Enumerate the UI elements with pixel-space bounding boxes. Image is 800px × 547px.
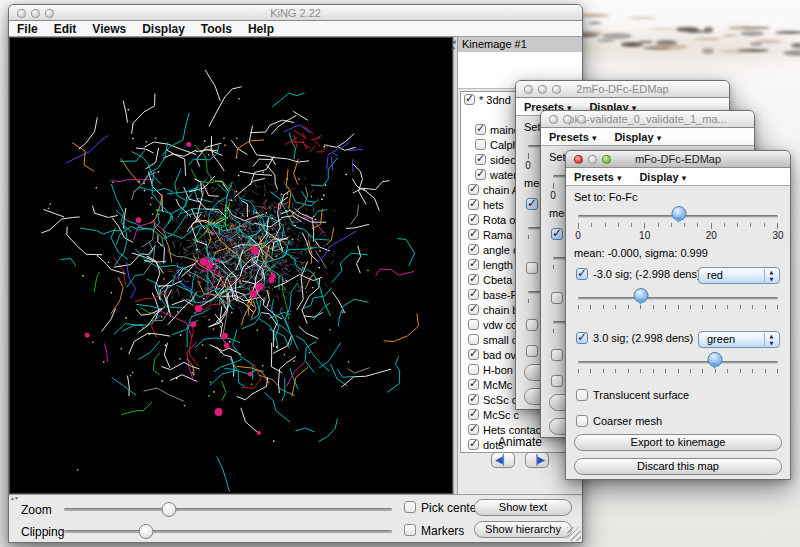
checkbox[interactable] <box>475 139 486 150</box>
window-title: pka-validate_0_validate_1_ma... <box>568 113 726 125</box>
markers-checkbox[interactable] <box>404 524 416 536</box>
checkbox[interactable] <box>468 199 479 210</box>
zoom-button[interactable] <box>602 155 611 164</box>
checkbox[interactable] <box>475 154 486 165</box>
high-contour-checkbox[interactable] <box>576 332 588 344</box>
edmap-titlebar[interactable]: mFo-DFc-EDMap <box>566 151 790 168</box>
high-contour-checkbox[interactable] <box>551 292 563 304</box>
coarser-checkbox[interactable] <box>551 375 563 387</box>
menu-item-file[interactable]: File <box>17 22 38 36</box>
checkbox[interactable] <box>468 379 479 390</box>
window-controls <box>574 155 611 164</box>
checkbox[interactable] <box>464 94 475 105</box>
tick-mark <box>628 369 629 373</box>
sigma-slider-thumb[interactable] <box>672 206 685 223</box>
resize-grip[interactable] <box>567 527 581 541</box>
zoom-button[interactable] <box>552 85 561 94</box>
king-titlebar[interactable]: KiNG 2.22 <box>9 5 582 21</box>
translucent-checkbox[interactable] <box>526 319 538 331</box>
close-button[interactable] <box>574 155 583 164</box>
molecule-viewport[interactable] <box>9 37 453 494</box>
low-contour-checkbox[interactable] <box>551 228 563 240</box>
show-hierarchy-button[interactable]: Show hierarchy <box>474 521 572 538</box>
low-level-slider-thumb[interactable] <box>634 288 647 305</box>
high-level-slider-track[interactable] <box>578 361 778 364</box>
checkbox[interactable] <box>468 229 479 240</box>
display-menu[interactable]: Display <box>639 171 686 183</box>
checkbox[interactable] <box>468 184 479 195</box>
tick-label: 0 <box>550 190 556 201</box>
checkbox[interactable] <box>468 349 479 360</box>
tick-mark <box>740 305 741 309</box>
clipping-slider-thumb[interactable] <box>139 524 154 539</box>
menu-item-edit[interactable]: Edit <box>54 22 77 36</box>
checkbox[interactable] <box>475 124 486 135</box>
zoom-slider-thumb[interactable] <box>161 502 176 517</box>
menu-item-views[interactable]: Views <box>92 22 126 36</box>
wallpaper-streak <box>728 26 751 30</box>
edmap-titlebar[interactable]: pka-validate_0_validate_1_ma... <box>541 111 754 128</box>
zoom-button[interactable] <box>577 115 586 124</box>
translucent-checkbox[interactable] <box>551 349 563 361</box>
zoom-slider-track[interactable] <box>64 508 392 511</box>
display-menu[interactable]: Display <box>614 131 661 143</box>
menu-item-display[interactable]: Display <box>142 22 185 36</box>
high-color-dropdown[interactable]: green <box>698 331 780 348</box>
discard-map-button[interactable]: Discard this map <box>574 458 782 475</box>
high-level-slider-thumb[interactable] <box>708 352 721 369</box>
zoom-button[interactable] <box>45 9 54 18</box>
presets-menu[interactable]: Presets <box>549 131 596 143</box>
tick-mark <box>750 223 751 227</box>
close-button[interactable] <box>549 115 558 124</box>
clipping-slider-track[interactable] <box>64 530 392 533</box>
close-button[interactable] <box>524 85 533 94</box>
minimize-button[interactable] <box>538 85 547 94</box>
menu-item-tools[interactable]: Tools <box>201 22 232 36</box>
animate-step-back-button[interactable]: ◀▏ <box>491 452 515 468</box>
pick-center-checkbox[interactable] <box>404 501 416 513</box>
sidebar-row-label: bad ov <box>483 349 516 361</box>
checkbox[interactable] <box>468 319 479 330</box>
tick-mark <box>715 369 716 373</box>
minimize-button[interactable] <box>588 155 597 164</box>
tick-mark <box>658 223 659 227</box>
coarser-checkbox[interactable] <box>526 345 538 357</box>
checkbox[interactable] <box>468 289 479 300</box>
checkbox[interactable] <box>468 409 479 420</box>
low-color-dropdown[interactable]: red <box>698 267 780 284</box>
low-contour-checkbox[interactable] <box>526 198 538 210</box>
checkbox[interactable] <box>468 259 479 270</box>
checkbox[interactable] <box>468 364 479 375</box>
sigma-slider-labels: 0102030 <box>578 230 778 241</box>
tick-mark <box>724 223 725 227</box>
high-contour-checkbox[interactable] <box>526 262 538 274</box>
checkbox[interactable] <box>468 334 479 345</box>
checkbox[interactable] <box>468 214 479 225</box>
checkbox[interactable] <box>468 244 479 255</box>
checkbox[interactable] <box>468 424 479 435</box>
tick-mark <box>765 305 766 309</box>
coarser-checkbox[interactable] <box>576 415 588 427</box>
tick-mark <box>752 305 753 309</box>
molecule-canvas[interactable] <box>10 38 452 494</box>
sidebar-row-label: vdw co <box>483 319 517 331</box>
checkbox[interactable] <box>468 394 479 405</box>
minimize-button[interactable] <box>563 115 572 124</box>
export-kinemage-button[interactable]: Export to kinemage <box>574 434 782 451</box>
checkbox[interactable] <box>475 169 486 180</box>
close-button[interactable] <box>17 9 26 18</box>
presets-menu[interactable]: Presets <box>574 171 621 183</box>
translucent-checkbox[interactable] <box>576 389 588 401</box>
checkbox[interactable] <box>468 274 479 285</box>
kinemage-list-item[interactable]: Kinemage #1 <box>458 37 582 52</box>
show-text-button[interactable]: Show text <box>474 499 572 516</box>
wallpaper-streak <box>629 17 656 19</box>
minimize-button[interactable] <box>31 9 40 18</box>
low-contour-checkbox[interactable] <box>576 268 588 280</box>
coarser-row: Coarser mesh <box>576 415 662 427</box>
checkbox[interactable] <box>468 304 479 315</box>
low-level-slider-track[interactable] <box>578 297 778 300</box>
menu-item-help[interactable]: Help <box>248 22 274 36</box>
edmap-titlebar[interactable]: 2mFo-DFc-EDMap <box>516 81 729 98</box>
animate-step-forward-button[interactable]: ▕▶ <box>525 452 549 468</box>
